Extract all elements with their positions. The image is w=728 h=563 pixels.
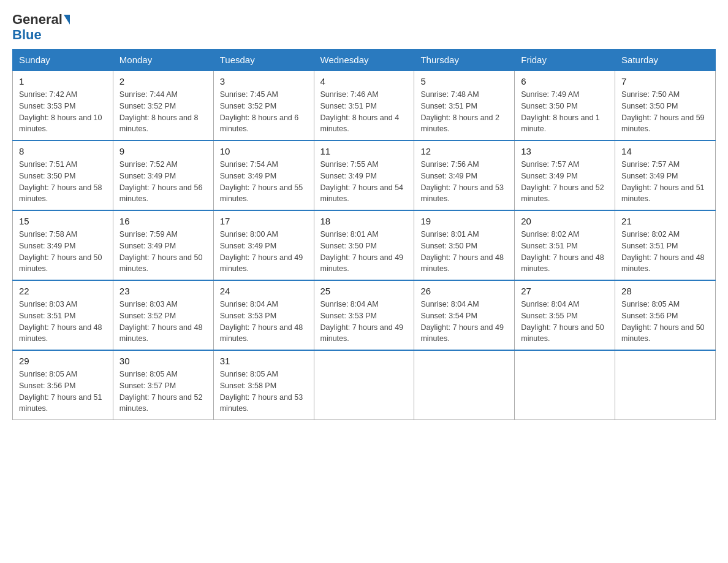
day-info: Sunrise: 7:42 AMSunset: 3:53 PMDaylight:…: [19, 89, 107, 135]
logo-general: General: [12, 12, 63, 27]
day-number: 28: [621, 286, 709, 296]
day-cell-10: 10Sunrise: 7:54 AMSunset: 3:49 PMDayligh…: [213, 140, 314, 210]
day-cell-5: 5Sunrise: 7:48 AMSunset: 3:51 PMDaylight…: [414, 71, 515, 140]
day-cell-21: 21Sunrise: 8:02 AMSunset: 3:51 PMDayligh…: [615, 210, 716, 280]
day-cell-1: 1Sunrise: 7:42 AMSunset: 3:53 PMDaylight…: [13, 71, 113, 140]
day-number: 4: [320, 76, 408, 86]
day-cell-30: 30Sunrise: 8:05 AMSunset: 3:57 PMDayligh…: [113, 350, 213, 420]
day-number: 12: [420, 146, 508, 156]
day-info: Sunrise: 7:59 AMSunset: 3:49 PMDaylight:…: [119, 229, 207, 275]
day-number: 13: [521, 146, 609, 156]
day-info: Sunrise: 8:02 AMSunset: 3:51 PMDaylight:…: [521, 229, 609, 275]
day-cell-26: 26Sunrise: 8:04 AMSunset: 3:54 PMDayligh…: [414, 280, 515, 350]
day-cell-24: 24Sunrise: 8:04 AMSunset: 3:53 PMDayligh…: [213, 280, 314, 350]
day-number: 8: [19, 146, 107, 156]
day-cell-27: 27Sunrise: 8:04 AMSunset: 3:55 PMDayligh…: [515, 280, 615, 350]
day-cell-8: 8Sunrise: 7:51 AMSunset: 3:50 PMDaylight…: [13, 140, 113, 210]
empty-cell: [314, 350, 414, 420]
day-cell-6: 6Sunrise: 7:49 AMSunset: 3:50 PMDaylight…: [515, 71, 615, 140]
day-number: 27: [521, 286, 609, 296]
day-cell-25: 25Sunrise: 8:04 AMSunset: 3:53 PMDayligh…: [314, 280, 414, 350]
column-header-tuesday: Tuesday: [213, 50, 314, 71]
day-info: Sunrise: 8:01 AMSunset: 3:50 PMDaylight:…: [320, 229, 408, 275]
day-info: Sunrise: 8:05 AMSunset: 3:58 PMDaylight:…: [220, 369, 308, 415]
day-info: Sunrise: 7:56 AMSunset: 3:49 PMDaylight:…: [420, 159, 508, 205]
day-number: 22: [19, 286, 107, 296]
day-info: Sunrise: 7:46 AMSunset: 3:51 PMDaylight:…: [320, 89, 408, 135]
column-header-saturday: Saturday: [615, 50, 716, 71]
week-row-4: 22Sunrise: 8:03 AMSunset: 3:51 PMDayligh…: [13, 280, 716, 350]
day-number: 31: [220, 356, 308, 366]
day-info: Sunrise: 8:05 AMSunset: 3:57 PMDaylight:…: [119, 369, 207, 415]
day-info: Sunrise: 8:03 AMSunset: 3:52 PMDaylight:…: [119, 299, 207, 345]
day-number: 26: [420, 286, 508, 296]
day-number: 18: [320, 216, 408, 226]
day-info: Sunrise: 7:57 AMSunset: 3:49 PMDaylight:…: [521, 159, 609, 205]
day-info: Sunrise: 7:45 AMSunset: 3:52 PMDaylight:…: [220, 89, 308, 135]
day-info: Sunrise: 8:04 AMSunset: 3:54 PMDaylight:…: [420, 299, 508, 345]
column-header-monday: Monday: [113, 50, 213, 71]
day-cell-11: 11Sunrise: 7:55 AMSunset: 3:49 PMDayligh…: [314, 140, 414, 210]
logo-triangle-icon: [64, 15, 70, 25]
day-number: 30: [119, 356, 207, 366]
day-info: Sunrise: 7:52 AMSunset: 3:49 PMDaylight:…: [119, 159, 207, 205]
day-number: 29: [19, 356, 107, 366]
day-number: 2: [119, 76, 207, 86]
day-cell-20: 20Sunrise: 8:02 AMSunset: 3:51 PMDayligh…: [515, 210, 615, 280]
day-number: 16: [119, 216, 207, 226]
day-cell-18: 18Sunrise: 8:01 AMSunset: 3:50 PMDayligh…: [314, 210, 414, 280]
day-cell-22: 22Sunrise: 8:03 AMSunset: 3:51 PMDayligh…: [13, 280, 113, 350]
day-number: 23: [119, 286, 207, 296]
day-cell-29: 29Sunrise: 8:05 AMSunset: 3:56 PMDayligh…: [13, 350, 113, 420]
day-number: 14: [621, 146, 709, 156]
week-row-5: 29Sunrise: 8:05 AMSunset: 3:56 PMDayligh…: [13, 350, 716, 420]
week-row-2: 8Sunrise: 7:51 AMSunset: 3:50 PMDaylight…: [13, 140, 716, 210]
empty-cell: [414, 350, 515, 420]
day-number: 10: [220, 146, 308, 156]
day-cell-28: 28Sunrise: 8:05 AMSunset: 3:56 PMDayligh…: [615, 280, 716, 350]
day-info: Sunrise: 8:04 AMSunset: 3:53 PMDaylight:…: [220, 299, 308, 345]
day-cell-7: 7Sunrise: 7:50 AMSunset: 3:50 PMDaylight…: [615, 71, 716, 140]
day-number: 19: [420, 216, 508, 226]
day-number: 1: [19, 76, 107, 86]
day-number: 6: [521, 76, 609, 86]
week-row-3: 15Sunrise: 7:58 AMSunset: 3:49 PMDayligh…: [13, 210, 716, 280]
logo: General Blue: [12, 12, 70, 43]
day-number: 11: [320, 146, 408, 156]
day-number: 24: [220, 286, 308, 296]
column-header-sunday: Sunday: [13, 50, 113, 71]
day-info: Sunrise: 7:48 AMSunset: 3:51 PMDaylight:…: [420, 89, 508, 135]
day-cell-15: 15Sunrise: 7:58 AMSunset: 3:49 PMDayligh…: [13, 210, 113, 280]
day-info: Sunrise: 8:00 AMSunset: 3:49 PMDaylight:…: [220, 229, 308, 275]
calendar-table: SundayMondayTuesdayWednesdayThursdayFrid…: [12, 49, 716, 420]
day-info: Sunrise: 8:01 AMSunset: 3:50 PMDaylight:…: [420, 229, 508, 275]
column-header-thursday: Thursday: [414, 50, 515, 71]
day-cell-23: 23Sunrise: 8:03 AMSunset: 3:52 PMDayligh…: [113, 280, 213, 350]
day-info: Sunrise: 7:55 AMSunset: 3:49 PMDaylight:…: [320, 159, 408, 205]
calendar-header-row: SundayMondayTuesdayWednesdayThursdayFrid…: [13, 50, 716, 71]
day-number: 7: [621, 76, 709, 86]
logo-blue: Blue: [12, 27, 42, 43]
day-info: Sunrise: 8:04 AMSunset: 3:53 PMDaylight:…: [320, 299, 408, 345]
day-number: 15: [19, 216, 107, 226]
day-cell-3: 3Sunrise: 7:45 AMSunset: 3:52 PMDaylight…: [213, 71, 314, 140]
day-info: Sunrise: 7:54 AMSunset: 3:49 PMDaylight:…: [220, 159, 308, 205]
day-number: 21: [621, 216, 709, 226]
day-number: 3: [220, 76, 308, 86]
day-cell-13: 13Sunrise: 7:57 AMSunset: 3:49 PMDayligh…: [515, 140, 615, 210]
empty-cell: [615, 350, 716, 420]
day-info: Sunrise: 8:02 AMSunset: 3:51 PMDaylight:…: [621, 229, 709, 275]
column-header-friday: Friday: [515, 50, 615, 71]
day-info: Sunrise: 7:57 AMSunset: 3:49 PMDaylight:…: [621, 159, 709, 205]
day-cell-12: 12Sunrise: 7:56 AMSunset: 3:49 PMDayligh…: [414, 140, 515, 210]
day-info: Sunrise: 7:50 AMSunset: 3:50 PMDaylight:…: [621, 89, 709, 135]
day-cell-17: 17Sunrise: 8:00 AMSunset: 3:49 PMDayligh…: [213, 210, 314, 280]
empty-cell: [515, 350, 615, 420]
day-cell-14: 14Sunrise: 7:57 AMSunset: 3:49 PMDayligh…: [615, 140, 716, 210]
day-cell-19: 19Sunrise: 8:01 AMSunset: 3:50 PMDayligh…: [414, 210, 515, 280]
day-cell-31: 31Sunrise: 8:05 AMSunset: 3:58 PMDayligh…: [213, 350, 314, 420]
day-info: Sunrise: 7:58 AMSunset: 3:49 PMDaylight:…: [19, 229, 107, 275]
day-number: 25: [320, 286, 408, 296]
day-info: Sunrise: 7:49 AMSunset: 3:50 PMDaylight:…: [521, 89, 609, 135]
day-info: Sunrise: 8:04 AMSunset: 3:55 PMDaylight:…: [521, 299, 609, 345]
